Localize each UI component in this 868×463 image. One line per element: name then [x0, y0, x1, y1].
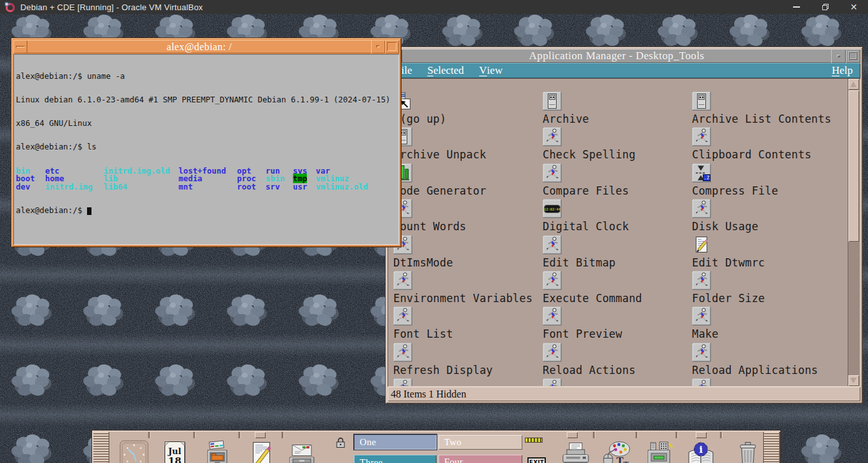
clock-button[interactable]: [116, 439, 152, 463]
app-item-edit-bitmap[interactable]: Edit Bitmap: [543, 235, 692, 271]
cde-desktop: Application Manager - Desktop_Tools File…: [0, 14, 868, 463]
app-item-archive-unpack[interactable]: Archive Unpack: [393, 127, 543, 163]
menu-selected[interactable]: Selected: [419, 63, 471, 78]
help-book-icon: i: [686, 440, 716, 463]
archive-icon: [543, 92, 562, 111]
application-icon-grid: .(go up) Archive Archive List Contents A…: [388, 79, 841, 386]
editdoc-icon: [692, 235, 711, 254]
app-item-compress-file[interactable]: .Z Compress File: [692, 163, 841, 199]
app-item-archive[interactable]: Archive: [543, 92, 692, 127]
mail-button[interactable]: [284, 439, 320, 463]
app-item-reload-applications[interactable]: Reload Applications: [692, 343, 841, 378]
workspace-label: Two: [444, 437, 461, 448]
app-item-clipboard-contents[interactable]: Clipboard Contents: [692, 127, 841, 163]
app-item-make[interactable]: Make: [692, 307, 841, 342]
subpanel-arrow-help[interactable]: [696, 432, 707, 438]
file-manager-button[interactable]: [200, 439, 235, 463]
app-item-folder-size[interactable]: Folder Size: [692, 271, 841, 307]
app-item-execute-command[interactable]: Execute Command: [543, 271, 692, 307]
app-item-label: Count Words: [393, 220, 466, 233]
archive-icon: [692, 92, 711, 111]
scroll-up-button[interactable]: [848, 79, 859, 90]
workspace-button-one[interactable]: One: [354, 434, 437, 450]
application-manager-button[interactable]: [641, 439, 677, 463]
vm-titlebar[interactable]: Debian + CDE [Running] - Oracle VM Virtu…: [0, 0, 868, 14]
app-item-environment-variables[interactable]: Environment Variables: [393, 271, 543, 307]
app-item-partial[interactable]: [692, 378, 841, 386]
style-manager-icon: T T: [599, 440, 632, 463]
scroll-down-button[interactable]: [848, 375, 859, 386]
vertical-scrollbar: [848, 79, 860, 386]
application-manager-titlebar[interactable]: Application Manager - Desktop_Tools: [388, 49, 860, 63]
menu-help[interactable]: Help: [824, 63, 860, 78]
vm-restore-button[interactable]: [811, 0, 839, 14]
panel-separator: [675, 432, 677, 438]
terminal-prompt-line: alex@debian:/$: [16, 207, 399, 215]
action-icon: [543, 163, 562, 183]
minimize-button[interactable]: [831, 49, 846, 63]
arrow-down-icon: [850, 378, 857, 384]
app-item-label: Clipboard Contents: [692, 148, 811, 161]
app-item-refresh-display[interactable]: Refresh Display: [393, 343, 543, 378]
cde-front-panel: Jul 18: [92, 431, 780, 463]
icon-view: .(go up) Archive Archive List Contents A…: [388, 78, 860, 387]
svg-text:T: T: [623, 460, 629, 463]
app-item-label: Disk Usage: [692, 220, 758, 233]
printer-button[interactable]: [558, 439, 593, 463]
exit-button[interactable]: EXIT: [527, 457, 546, 463]
maximize-button[interactable]: [385, 40, 399, 53]
terminal-line: alex@debian:/$ uname -a: [16, 73, 399, 80]
lock-display-button[interactable]: [334, 436, 347, 452]
terminal-titlebar[interactable]: alex@debian: /: [13, 40, 399, 53]
app-item-partial[interactable]: [543, 378, 692, 386]
item-count-text: 48 Items 1 Hidden: [391, 389, 466, 400]
app-item-font-list[interactable]: Font List: [393, 307, 543, 342]
lock-icon: [334, 436, 347, 449]
maximize-button[interactable]: [846, 49, 860, 63]
app-item-compare-files[interactable]: Compare Files: [543, 163, 692, 199]
app-item-digital-clock[interactable]: 12:02:44 Digital Clock: [543, 199, 692, 235]
terminal-screen[interactable]: alex@debian:/$ uname -a Linux debian 6.1…: [13, 54, 399, 245]
app-item-reload-actions[interactable]: Reload Actions: [543, 343, 692, 378]
close-icon: ✕: [850, 3, 858, 11]
subpanel-arrow-printer[interactable]: [567, 432, 578, 438]
help-button[interactable]: i: [683, 439, 719, 463]
trash-button[interactable]: [730, 439, 766, 463]
vm-minimize-button[interactable]: [782, 0, 811, 14]
subpanel-arrow-text-editor[interactable]: [255, 432, 266, 438]
menu-view[interactable]: View: [471, 63, 510, 78]
trash-can-icon: [733, 440, 763, 463]
app-item-label: Edit Bitmap: [543, 256, 616, 269]
app-item-count-words[interactable]: Count Words: [393, 199, 543, 235]
calendar-button[interactable]: Jul 18: [158, 439, 193, 463]
panel-separator: [720, 432, 722, 438]
workspace-button-three[interactable]: Three: [354, 455, 437, 463]
app-item-label: Check Spelling: [543, 148, 635, 161]
action-icon: [543, 235, 562, 254]
window-menu-button[interactable]: [13, 40, 27, 53]
app-item-archive-list-contents[interactable]: Archive List Contents: [692, 92, 841, 127]
app-item-code-generator[interactable]: Code Generator: [393, 163, 543, 199]
minimize-button[interactable]: [371, 40, 385, 53]
action-icon: [393, 378, 412, 386]
vm-close-button[interactable]: ✕: [839, 0, 868, 14]
app-item-check-spelling[interactable]: Check Spelling: [543, 127, 692, 163]
app-item-dtimsmode[interactable]: DtImsMode: [393, 235, 543, 271]
panel-handle-left[interactable]: [93, 432, 109, 463]
workspace-button-four[interactable]: Four: [438, 455, 522, 463]
workspace-switcher: OneTwoThreeFour: [353, 433, 526, 463]
panel-separator: [593, 432, 595, 438]
scrollbar-thumb[interactable]: [848, 90, 859, 242]
style-manager-button[interactable]: T T: [598, 439, 634, 463]
app-item-edit-dtwmrc[interactable]: Edit Dtwmrc: [692, 235, 841, 271]
app-item-font-preview[interactable]: Font Preview: [543, 307, 692, 342]
app-item-label: Archive Unpack: [393, 148, 486, 161]
clock-icon: [119, 440, 149, 463]
app-item-partial[interactable]: [393, 378, 543, 386]
minimize-icon: [793, 6, 800, 8]
app-item-go-up[interactable]: .(go up): [393, 92, 543, 127]
workspace-button-two[interactable]: Two: [438, 435, 522, 450]
text-editor-button[interactable]: [243, 439, 279, 463]
app-item-disk-usage[interactable]: Disk Usage: [692, 199, 841, 235]
maximize-icon: [848, 52, 857, 60]
